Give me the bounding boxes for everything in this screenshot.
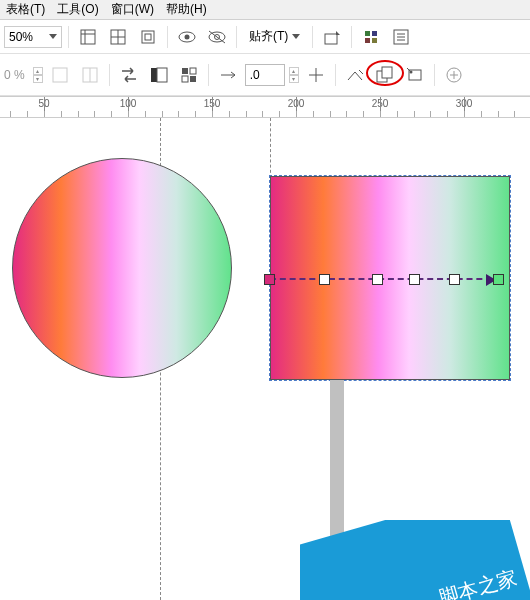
options2-button[interactable] bbox=[388, 24, 414, 50]
ruler-tick-minor bbox=[414, 111, 415, 117]
ruler-tick-minor bbox=[346, 111, 347, 117]
menu-window[interactable]: 窗口(W) bbox=[111, 1, 154, 18]
gradient-end-handle[interactable] bbox=[493, 274, 504, 285]
show-guidelines-button[interactable] bbox=[135, 24, 161, 50]
separator bbox=[109, 64, 110, 86]
separator bbox=[312, 26, 313, 48]
separator bbox=[236, 26, 237, 48]
show-rulers-button[interactable] bbox=[75, 24, 101, 50]
svg-rect-28 bbox=[190, 68, 196, 74]
svg-line-12 bbox=[209, 31, 225, 43]
ruler-tick-minor bbox=[111, 111, 112, 117]
ruler-tick-minor bbox=[44, 111, 45, 117]
ruler-tick-minor bbox=[279, 111, 280, 117]
gradient-color-stop[interactable] bbox=[449, 274, 460, 285]
ruler-tick-minor bbox=[78, 111, 79, 117]
svg-rect-0 bbox=[81, 30, 95, 44]
svg-rect-34 bbox=[377, 71, 387, 82]
shape-rectangle-selected[interactable] bbox=[270, 176, 510, 380]
toolbar-tool: 0 % ▴ ▾ .0 ▴ ▾ bbox=[0, 54, 530, 96]
edit-fill-button[interactable] bbox=[176, 62, 202, 88]
opacity-readout: 0 % bbox=[0, 68, 29, 82]
gradient-vector[interactable] bbox=[270, 278, 502, 280]
menu-tools[interactable]: 工具(O) bbox=[57, 1, 98, 18]
svg-rect-13 bbox=[325, 34, 337, 44]
guideline-vertical[interactable] bbox=[270, 118, 271, 178]
outline-width-value: .0 bbox=[250, 68, 260, 82]
gradient-start-handle[interactable] bbox=[264, 274, 275, 285]
ruler-tick-minor bbox=[61, 111, 62, 117]
svg-rect-35 bbox=[382, 67, 392, 78]
snap-dropdown[interactable]: 贴齐(T) bbox=[243, 28, 306, 45]
full-preview-button[interactable] bbox=[204, 24, 230, 50]
gradient-color-stop[interactable] bbox=[372, 274, 383, 285]
opacity-spin[interactable]: ▴ ▾ bbox=[33, 67, 43, 83]
horizontal-ruler[interactable]: 50100150200250300 bbox=[0, 96, 530, 118]
ruler-tick-minor bbox=[162, 111, 163, 117]
free-transform-button[interactable] bbox=[342, 62, 368, 88]
ruler-tick-minor bbox=[128, 111, 129, 117]
separator bbox=[335, 64, 336, 86]
transparency-button bbox=[47, 62, 73, 88]
ruler-tick-minor bbox=[229, 111, 230, 117]
toolbar-main: 50% 贴齐(T) bbox=[0, 20, 530, 54]
ruler-tick-minor bbox=[363, 111, 364, 117]
ruler-tick-minor bbox=[94, 111, 95, 117]
menubar[interactable]: 表格(T) 工具(O) 窗口(W) 帮助(H) bbox=[0, 0, 530, 20]
zoom-value: 50% bbox=[9, 30, 33, 44]
svg-rect-3 bbox=[111, 30, 125, 44]
apply-fill-button[interactable] bbox=[402, 62, 428, 88]
ruler-tick-minor bbox=[380, 111, 381, 117]
svg-rect-7 bbox=[145, 34, 151, 40]
svg-rect-16 bbox=[365, 38, 370, 43]
spin-up-icon[interactable]: ▴ bbox=[33, 67, 43, 75]
launch-button[interactable] bbox=[319, 24, 345, 50]
outline-width-field[interactable]: .0 bbox=[245, 64, 285, 86]
shape-ellipse-gradient[interactable] bbox=[12, 158, 232, 378]
ruler-tick-minor bbox=[481, 111, 482, 117]
svg-rect-14 bbox=[365, 31, 370, 36]
outline-center-button[interactable] bbox=[303, 62, 329, 88]
reverse-button[interactable] bbox=[116, 62, 142, 88]
ruler-tick-minor bbox=[313, 111, 314, 117]
gradient-color-stop[interactable] bbox=[409, 274, 420, 285]
svg-rect-22 bbox=[53, 68, 67, 82]
snap-label: 贴齐(T) bbox=[249, 28, 288, 45]
svg-rect-29 bbox=[182, 76, 188, 82]
ruler-tick-minor bbox=[296, 111, 297, 117]
highlight-circle bbox=[366, 60, 404, 86]
zoom-dropdown[interactable]: 50% bbox=[4, 26, 62, 48]
svg-rect-17 bbox=[372, 38, 377, 43]
dropdown-arrow-icon bbox=[292, 34, 300, 39]
copy-fill-button[interactable] bbox=[372, 62, 398, 88]
ruler-tick-minor bbox=[10, 111, 11, 117]
mask-button[interactable] bbox=[146, 62, 172, 88]
svg-rect-26 bbox=[157, 68, 167, 82]
ruler-tick-minor bbox=[498, 111, 499, 117]
ruler-tick-minor bbox=[178, 111, 179, 117]
menu-help[interactable]: 帮助(H) bbox=[166, 1, 207, 18]
ruler-tick-minor bbox=[212, 111, 213, 117]
width-spin[interactable]: ▴ ▾ bbox=[289, 67, 299, 83]
menu-table[interactable]: 表格(T) bbox=[6, 1, 45, 18]
spin-down-icon[interactable]: ▾ bbox=[289, 75, 299, 83]
separator bbox=[434, 64, 435, 86]
svg-rect-6 bbox=[142, 31, 154, 43]
separator bbox=[208, 64, 209, 86]
canvas[interactable]: 脚本之家 bbox=[0, 118, 530, 600]
options1-button[interactable] bbox=[358, 24, 384, 50]
svg-rect-25 bbox=[151, 68, 161, 82]
preview-button[interactable] bbox=[174, 24, 200, 50]
spin-up-icon[interactable]: ▴ bbox=[289, 67, 299, 75]
gradient-color-stop[interactable] bbox=[319, 274, 330, 285]
ruler-tick-minor bbox=[514, 111, 515, 117]
ruler-tick-minor bbox=[430, 111, 431, 117]
ruler-tick-minor bbox=[330, 111, 331, 117]
separator bbox=[167, 26, 168, 48]
separator bbox=[351, 26, 352, 48]
show-grid-button[interactable] bbox=[105, 24, 131, 50]
svg-rect-30 bbox=[190, 76, 196, 82]
spin-down-icon[interactable]: ▾ bbox=[33, 75, 43, 83]
add-button[interactable] bbox=[441, 62, 467, 88]
ruler-tick-minor bbox=[145, 111, 146, 117]
